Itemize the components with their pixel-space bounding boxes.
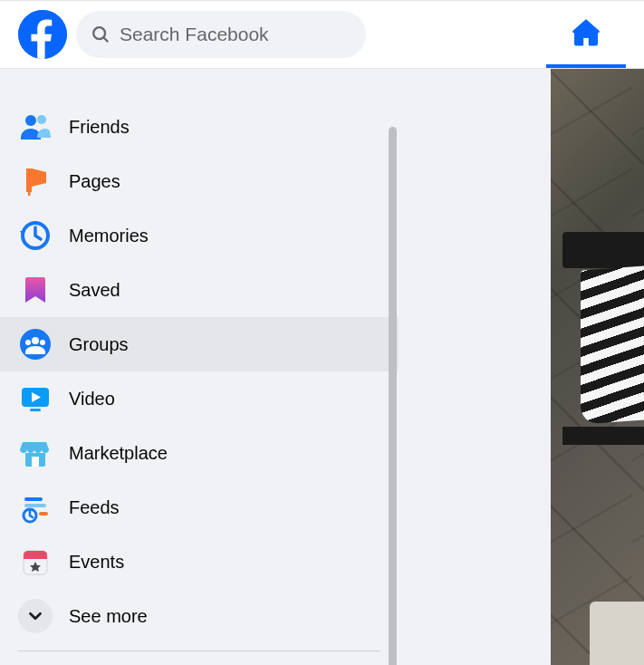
search-icon [91,24,111,44]
sidebar-item-memories[interactable]: Memories [9,208,389,263]
svg-rect-20 [24,556,47,559]
events-icon [18,545,53,579]
svg-point-10 [40,340,45,345]
divider [18,651,380,651]
sidebar-item-label: Pages [69,171,120,192]
header-nav [546,1,626,68]
marketplace-icon [18,436,53,470]
svg-rect-12 [30,409,41,411]
search-input[interactable] [120,24,351,45]
sidebar-item-marketplace[interactable]: Marketplace [9,426,389,480]
sidebar-see-more[interactable]: See more [9,589,389,643]
sidebar-item-label: Groups [69,334,129,355]
sidebar-item-label: Video [69,389,115,410]
sidebar-item-events[interactable]: Events [9,535,389,589]
sidebar: Friends Pages Memories Saved [0,69,399,665]
sidebar-item-label: Memories [69,226,149,246]
svg-point-8 [32,337,39,344]
sidebar-item-partial-top[interactable] [9,69,389,100]
sidebar-item-pages[interactable]: Pages [9,154,389,208]
home-icon [571,17,601,52]
sidebar-item-label: Marketplace [69,443,168,464]
sidebar-item-video[interactable]: Video [9,371,389,426]
saved-icon [18,273,53,307]
facebook-logo[interactable] [18,10,67,59]
sidebar-item-label: Friends [69,117,130,138]
scrollbar[interactable] [389,127,397,665]
sidebar-item-friends[interactable]: Friends [9,100,389,154]
video-icon [18,381,53,416]
sidebar-item-label: Saved [69,280,120,301]
svg-rect-14 [24,497,43,501]
svg-point-9 [25,340,31,345]
sidebar-item-groups[interactable]: Groups [9,317,389,371]
chevron-down-icon [18,599,53,633]
svg-rect-13 [32,457,39,467]
svg-point-4 [37,115,46,124]
svg-rect-17 [39,512,48,516]
search-box[interactable] [76,11,366,58]
see-more-label: See more [69,606,148,627]
sidebar-item-label: Events [69,552,124,573]
sidebar-item-feeds[interactable]: Feeds [9,480,389,535]
svg-rect-15 [24,504,46,507]
svg-point-3 [25,115,36,126]
header [0,0,644,69]
svg-point-1 [93,27,105,39]
memories-icon [18,218,53,253]
home-tab[interactable] [546,1,626,68]
sidebar-item-saved[interactable]: Saved [9,263,389,317]
svg-rect-5 [28,192,31,196]
groups-icon [18,327,53,361]
feed-image[interactable] [551,69,644,665]
svg-line-2 [103,37,108,42]
friends-icon [18,110,53,144]
generic-icon [18,69,53,90]
pages-icon [18,164,53,198]
sidebar-item-label: Feeds [69,497,120,518]
feeds-icon [18,490,53,525]
